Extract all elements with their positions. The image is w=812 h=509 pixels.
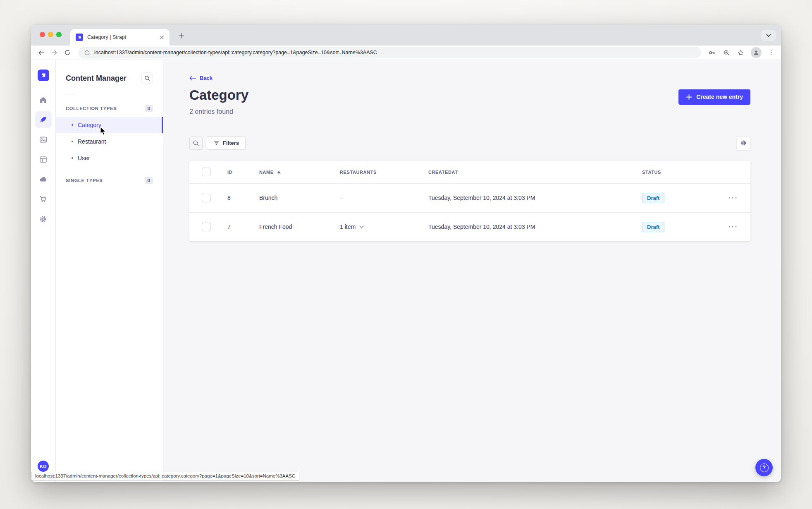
- search-icon: [144, 75, 150, 81]
- help-button[interactable]: ?: [755, 459, 773, 476]
- select-all-checkbox[interactable]: [202, 168, 210, 176]
- column-header-restaurants[interactable]: RESTAURANTS: [340, 170, 428, 175]
- cell-id: 7: [227, 223, 259, 230]
- cell-restaurants: 1 item: [340, 223, 356, 230]
- nav-home-button[interactable]: [35, 91, 52, 108]
- column-header-name[interactable]: NAME: [259, 170, 340, 175]
- cell-id: 8: [227, 194, 259, 201]
- close-tab-icon[interactable]: [158, 34, 165, 41]
- browser-menu-kebab-icon[interactable]: [768, 49, 774, 56]
- main-content: Back Category Create new entry 2 entries…: [163, 60, 781, 482]
- plus-icon: [686, 94, 692, 100]
- column-header-name-label: NAME: [259, 170, 274, 175]
- create-new-entry-label: Create new entry: [696, 94, 743, 100]
- bullet-icon: [72, 124, 73, 126]
- browser-tab[interactable]: Category | Strapi: [70, 29, 170, 46]
- passwords-key-icon[interactable]: [708, 48, 716, 57]
- chevron-down-icon[interactable]: [359, 226, 364, 228]
- fullscreen-window-button[interactable]: [56, 32, 62, 37]
- collection-types-label: COLLECTION TYPES: [66, 106, 117, 111]
- toolbar-right-icons: [708, 47, 776, 58]
- sidebar-item-restaurant[interactable]: Restaurant: [56, 133, 163, 150]
- home-icon: [39, 96, 48, 104]
- zoom-magnifier-icon[interactable]: [723, 49, 731, 57]
- close-window-button[interactable]: [40, 32, 45, 37]
- nav-settings-button[interactable]: [35, 211, 52, 227]
- row-checkbox[interactable]: [202, 223, 210, 231]
- column-header-createdat[interactable]: CREATEDAT: [428, 170, 642, 175]
- user-avatar[interactable]: KD: [38, 461, 49, 472]
- sidebar-search-button[interactable]: [141, 72, 153, 84]
- filters-button[interactable]: Filters: [207, 136, 246, 150]
- row-actions-button[interactable]: [724, 197, 750, 199]
- content-manager-sidebar: Content Manager COLLECTION TYPES 3 Categ…: [56, 60, 163, 482]
- nav-media-library-button[interactable]: [35, 131, 52, 148]
- nav-content-manager-button[interactable]: [35, 111, 52, 128]
- strapi-favicon-icon: [76, 34, 83, 41]
- nav-deploy-cloud-button[interactable]: [35, 171, 52, 187]
- sidebar-item-label: User: [78, 155, 90, 161]
- status-badge: Draft: [642, 193, 664, 203]
- gear-icon: [740, 139, 747, 146]
- bullet-icon: [72, 141, 73, 142]
- cell-name: Brunch: [259, 194, 340, 201]
- collection-types-count-badge: 3: [145, 105, 153, 112]
- back-label: Back: [200, 75, 213, 81]
- nav-content-type-builder-button[interactable]: [35, 151, 52, 168]
- strapi-logo-icon[interactable]: [38, 70, 49, 81]
- tab-title: Category | Strapi: [87, 34, 158, 40]
- table-row[interactable]: 8 Brunch - Tuesday, September 10, 2024 a…: [189, 183, 750, 212]
- sidebar-title: Content Manager: [66, 74, 127, 83]
- single-types-count-badge: 0: [145, 177, 153, 184]
- table-search-button[interactable]: [189, 137, 203, 150]
- browser-reload-icon[interactable]: [62, 47, 73, 58]
- table-row[interactable]: 7 French Food 1 item Tuesday, September …: [189, 212, 750, 241]
- url-bar[interactable]: localhost:1337/admin/content-manager/col…: [78, 47, 701, 58]
- browser-back-icon[interactable]: [35, 47, 47, 58]
- entries-table: ID NAME RESTAURANTS CREATEDAT STATUS 8: [189, 161, 750, 241]
- row-checkbox[interactable]: [202, 194, 210, 202]
- media-library-icon: [39, 135, 48, 144]
- browser-window: Category | Strapi localhost:1337/admin/c…: [31, 25, 781, 482]
- search-icon: [193, 140, 199, 146]
- collection-types-list: Category Restaurant User: [56, 117, 163, 166]
- back-arrow-icon: [189, 76, 196, 81]
- content-type-builder-icon: [39, 155, 48, 164]
- nav-marketplace-button[interactable]: [35, 191, 52, 207]
- page-title: Category: [189, 88, 248, 103]
- main-nav-strip: KD: [31, 60, 56, 482]
- bookmark-star-icon[interactable]: [737, 49, 745, 57]
- marketplace-cart-icon: [39, 195, 48, 204]
- sidebar-item-category[interactable]: Category: [56, 117, 163, 133]
- strapi-admin-body: KD Content Manager COLLECTION TYPES 3: [31, 60, 781, 482]
- single-types-label: SINGLE TYPES: [66, 178, 103, 183]
- page-info-icon[interactable]: [84, 50, 90, 56]
- sidebar-item-user[interactable]: User: [56, 150, 163, 166]
- cell-createdat: Tuesday, September 10, 2024 at 3:03 PM: [428, 194, 642, 201]
- table-header-row: ID NAME RESTAURANTS CREATEDAT STATUS: [189, 161, 750, 183]
- sort-asc-icon: [277, 170, 281, 174]
- column-header-status[interactable]: STATUS: [642, 170, 724, 175]
- minimize-window-button[interactable]: [48, 32, 53, 37]
- status-bar-link-preview: localhost:1337/admin/content-manager/col…: [31, 472, 299, 480]
- new-tab-button[interactable]: [177, 31, 186, 40]
- view-settings-button[interactable]: [736, 136, 750, 150]
- browser-profile-avatar[interactable]: [751, 47, 762, 58]
- bullet-icon: [72, 157, 73, 159]
- cell-createdat: Tuesday, September 10, 2024 at 3:03 PM: [428, 223, 642, 230]
- browser-forward-icon[interactable]: [48, 47, 60, 58]
- sidebar-divider: [66, 94, 76, 94]
- help-icon: ?: [760, 463, 769, 472]
- back-link[interactable]: Back: [189, 75, 213, 81]
- row-actions-button[interactable]: [724, 226, 750, 228]
- nav-divider: [31, 88, 55, 88]
- content-manager-icon: [39, 115, 48, 124]
- browser-toolbar: localhost:1337/admin/content-manager/col…: [31, 46, 781, 60]
- sidebar-item-label: Restaurant: [78, 138, 106, 145]
- tab-search-chevron-button[interactable]: [761, 30, 776, 41]
- url-text[interactable]: localhost:1337/admin/content-manager/col…: [94, 50, 377, 55]
- status-badge: Draft: [642, 222, 664, 232]
- create-new-entry-button[interactable]: Create new entry: [678, 89, 750, 105]
- browser-tab-strip: Category | Strapi: [31, 25, 781, 46]
- column-header-id[interactable]: ID: [227, 170, 259, 175]
